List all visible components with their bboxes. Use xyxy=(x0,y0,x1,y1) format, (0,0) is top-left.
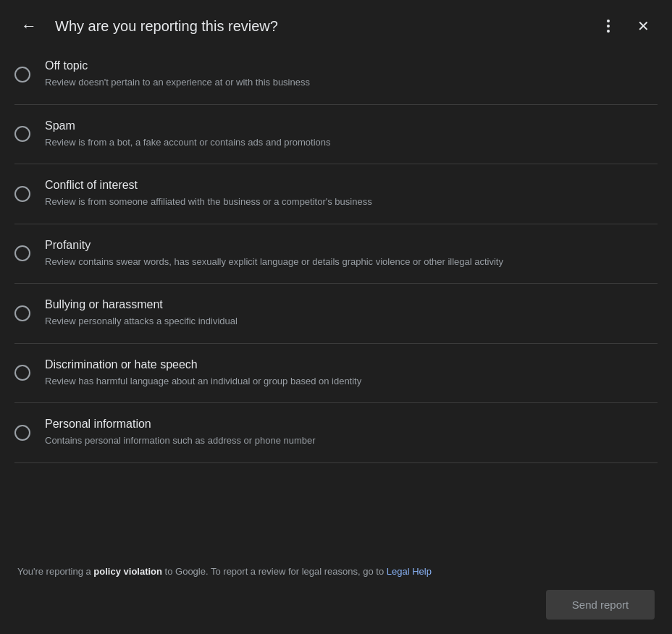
close-button[interactable]: ✕ xyxy=(629,12,658,41)
header-actions: ✕ xyxy=(594,12,658,41)
option-bullying-harassment[interactable]: Bullying or harassment Review personally… xyxy=(14,284,658,344)
footer-text-middle: to Google. To report a review for legal … xyxy=(162,566,387,577)
radio-personal-info[interactable] xyxy=(14,425,30,441)
option-personal-info-desc: Contains personal information such as ad… xyxy=(45,434,658,448)
option-spam-title: Spam xyxy=(45,119,658,132)
radio-discrimination[interactable] xyxy=(14,365,30,381)
footer-policy-text: You're reporting a policy violation to G… xyxy=(17,565,655,579)
option-personal-info[interactable]: Personal information Contains personal i… xyxy=(14,403,658,463)
option-profanity[interactable]: Profanity Review contains swear words, h… xyxy=(14,224,658,284)
option-spam[interactable]: Spam Review is from a bot, a fake accoun… xyxy=(14,105,658,165)
dialog-title: Why are you reporting this review? xyxy=(55,18,582,35)
option-conflict-desc: Review is from someone affiliated with t… xyxy=(45,195,658,209)
option-discrimination[interactable]: Discrimination or hate speech Review has… xyxy=(14,344,658,404)
option-personal-info-content: Personal information Contains personal i… xyxy=(45,418,658,448)
dialog-footer: You're reporting a policy violation to G… xyxy=(0,550,672,635)
option-profanity-content: Profanity Review contains swear words, h… xyxy=(45,239,658,269)
option-off-topic-content: Off topic Review doesn't pertain to an e… xyxy=(45,59,658,90)
option-discrimination-content: Discrimination or hate speech Review has… xyxy=(45,358,658,389)
radio-off-topic[interactable] xyxy=(14,67,30,83)
option-off-topic[interactable]: Off topic Review doesn't pertain to an e… xyxy=(14,52,658,105)
more-dots-icon xyxy=(607,20,610,33)
back-button[interactable]: ← xyxy=(14,12,43,41)
legal-help-link[interactable]: Legal Help xyxy=(387,566,432,577)
option-conflict-content: Conflict of interest Review is from some… xyxy=(45,179,658,209)
footer-text-bold: policy violation xyxy=(93,566,162,577)
option-personal-info-title: Personal information xyxy=(45,418,658,431)
option-discrimination-title: Discrimination or hate speech xyxy=(45,358,658,371)
option-conflict-title: Conflict of interest xyxy=(45,179,658,192)
radio-bullying-harassment[interactable] xyxy=(14,305,30,321)
back-arrow-icon: ← xyxy=(21,17,37,35)
send-report-button[interactable]: Send report xyxy=(546,590,655,620)
option-off-topic-title: Off topic xyxy=(45,59,658,72)
option-spam-content: Spam Review is from a bot, a fake accoun… xyxy=(45,119,658,150)
option-discrimination-desc: Review has harmful language about an ind… xyxy=(45,374,658,389)
option-spam-desc: Review is from a bot, a fake account or … xyxy=(45,135,658,150)
close-icon: ✕ xyxy=(637,19,650,33)
more-options-button[interactable] xyxy=(594,12,623,41)
option-off-topic-desc: Review doesn't pertain to an experience … xyxy=(45,75,658,90)
option-conflict-of-interest[interactable]: Conflict of interest Review is from some… xyxy=(14,164,658,224)
option-profanity-title: Profanity xyxy=(45,239,658,252)
radio-conflict-of-interest[interactable] xyxy=(14,186,30,202)
option-bullying-title: Bullying or harassment xyxy=(45,298,658,311)
radio-profanity[interactable] xyxy=(14,245,30,261)
footer-text-before: You're reporting a xyxy=(17,566,93,577)
report-dialog: ← Why are you reporting this review? ✕ O… xyxy=(0,0,672,634)
option-profanity-desc: Review contains swear words, has sexuall… xyxy=(45,255,658,269)
option-bullying-desc: Review personally attacks a specific ind… xyxy=(45,314,658,329)
option-bullying-content: Bullying or harassment Review personally… xyxy=(45,298,658,329)
radio-spam[interactable] xyxy=(14,126,30,142)
options-list: Off topic Review doesn't pertain to an e… xyxy=(0,52,672,550)
dialog-header: ← Why are you reporting this review? ✕ xyxy=(0,0,672,52)
footer-actions: Send report xyxy=(17,590,655,620)
